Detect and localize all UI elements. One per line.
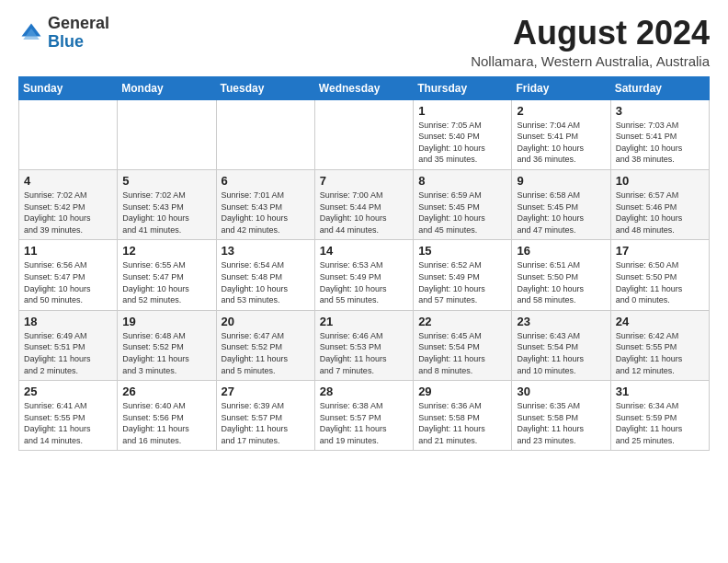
calendar-cell: 3Sunrise: 7:03 AM Sunset: 5:41 PM Daylig… bbox=[610, 99, 709, 169]
day-number: 22 bbox=[418, 315, 506, 328]
day-info: Sunrise: 7:03 AM Sunset: 5:41 PM Dayligh… bbox=[616, 120, 704, 166]
calendar-cell: 11Sunrise: 6:56 AM Sunset: 5:47 PM Dayli… bbox=[19, 240, 118, 310]
weekday-header-thursday: Thursday bbox=[414, 76, 512, 99]
day-info: Sunrise: 6:58 AM Sunset: 5:45 PM Dayligh… bbox=[517, 190, 605, 236]
day-info: Sunrise: 6:46 AM Sunset: 5:53 PM Dayligh… bbox=[320, 330, 408, 376]
logo-general-text: General bbox=[48, 14, 109, 32]
day-info: Sunrise: 7:02 AM Sunset: 5:42 PM Dayligh… bbox=[24, 190, 112, 236]
day-info: Sunrise: 6:55 AM Sunset: 5:47 PM Dayligh… bbox=[122, 259, 210, 305]
day-number: 23 bbox=[517, 315, 605, 328]
location-subtitle: Nollamara, Western Australia, Australia bbox=[471, 53, 710, 69]
day-info: Sunrise: 6:53 AM Sunset: 5:49 PM Dayligh… bbox=[320, 259, 408, 305]
day-info: Sunrise: 6:35 AM Sunset: 5:58 PM Dayligh… bbox=[517, 400, 605, 446]
day-number: 2 bbox=[517, 104, 605, 118]
day-info: Sunrise: 6:57 AM Sunset: 5:46 PM Dayligh… bbox=[616, 190, 704, 236]
day-info: Sunrise: 6:59 AM Sunset: 5:45 PM Dayligh… bbox=[418, 190, 506, 236]
weekday-header-row: SundayMondayTuesdayWednesdayThursdayFrid… bbox=[19, 76, 710, 99]
calendar-week-row: 18Sunrise: 6:49 AM Sunset: 5:51 PM Dayli… bbox=[19, 310, 710, 380]
logo-icon bbox=[18, 20, 44, 46]
weekday-header-tuesday: Tuesday bbox=[216, 76, 314, 99]
calendar-cell: 15Sunrise: 6:52 AM Sunset: 5:49 PM Dayli… bbox=[414, 240, 512, 310]
day-number: 14 bbox=[320, 244, 408, 258]
logo: General Blue bbox=[18, 15, 109, 52]
calendar-table: SundayMondayTuesdayWednesdayThursdayFrid… bbox=[18, 76, 710, 452]
day-info: Sunrise: 6:36 AM Sunset: 5:58 PM Dayligh… bbox=[418, 400, 506, 446]
day-number: 30 bbox=[517, 385, 605, 398]
weekday-header-monday: Monday bbox=[118, 76, 216, 99]
day-number: 21 bbox=[320, 315, 408, 328]
calendar-cell: 13Sunrise: 6:54 AM Sunset: 5:48 PM Dayli… bbox=[216, 240, 314, 310]
calendar-cell bbox=[19, 99, 118, 169]
calendar-cell: 2Sunrise: 7:04 AM Sunset: 5:41 PM Daylig… bbox=[512, 99, 610, 169]
calendar-cell: 31Sunrise: 6:34 AM Sunset: 5:59 PM Dayli… bbox=[610, 381, 709, 451]
day-number: 9 bbox=[517, 174, 605, 188]
day-number: 18 bbox=[24, 315, 112, 328]
day-info: Sunrise: 7:05 AM Sunset: 5:40 PM Dayligh… bbox=[418, 120, 506, 166]
calendar-cell: 20Sunrise: 6:47 AM Sunset: 5:52 PM Dayli… bbox=[216, 310, 314, 380]
calendar-cell: 4Sunrise: 7:02 AM Sunset: 5:42 PM Daylig… bbox=[19, 169, 118, 239]
weekday-header-friday: Friday bbox=[512, 76, 610, 99]
day-info: Sunrise: 6:52 AM Sunset: 5:49 PM Dayligh… bbox=[418, 259, 506, 305]
calendar-cell: 9Sunrise: 6:58 AM Sunset: 5:45 PM Daylig… bbox=[512, 169, 610, 239]
calendar-cell: 12Sunrise: 6:55 AM Sunset: 5:47 PM Dayli… bbox=[118, 240, 216, 310]
day-number: 3 bbox=[616, 104, 704, 118]
logo-blue-text: Blue bbox=[48, 32, 84, 51]
day-info: Sunrise: 6:50 AM Sunset: 5:50 PM Dayligh… bbox=[616, 259, 704, 305]
calendar-week-row: 1Sunrise: 7:05 AM Sunset: 5:40 PM Daylig… bbox=[19, 99, 710, 169]
calendar-cell bbox=[118, 99, 216, 169]
calendar-cell: 16Sunrise: 6:51 AM Sunset: 5:50 PM Dayli… bbox=[512, 240, 610, 310]
calendar-cell: 29Sunrise: 6:36 AM Sunset: 5:58 PM Dayli… bbox=[414, 381, 512, 451]
day-number: 31 bbox=[616, 385, 704, 398]
calendar-cell: 30Sunrise: 6:35 AM Sunset: 5:58 PM Dayli… bbox=[512, 381, 610, 451]
day-number: 13 bbox=[222, 244, 310, 258]
day-info: Sunrise: 6:54 AM Sunset: 5:48 PM Dayligh… bbox=[222, 259, 310, 305]
day-info: Sunrise: 6:56 AM Sunset: 5:47 PM Dayligh… bbox=[24, 259, 112, 305]
day-info: Sunrise: 7:04 AM Sunset: 5:41 PM Dayligh… bbox=[517, 120, 605, 166]
day-number: 16 bbox=[517, 244, 605, 258]
calendar-cell: 24Sunrise: 6:42 AM Sunset: 5:55 PM Dayli… bbox=[610, 310, 709, 380]
day-number: 17 bbox=[616, 244, 704, 258]
day-number: 5 bbox=[122, 174, 210, 188]
page-header: General Blue August 2024 Nollamara, West… bbox=[18, 15, 710, 69]
day-number: 12 bbox=[122, 244, 210, 258]
calendar-cell: 23Sunrise: 6:43 AM Sunset: 5:54 PM Dayli… bbox=[512, 310, 610, 380]
weekday-header-saturday: Saturday bbox=[610, 76, 709, 99]
day-info: Sunrise: 6:43 AM Sunset: 5:54 PM Dayligh… bbox=[517, 330, 605, 376]
day-number: 8 bbox=[418, 174, 506, 188]
calendar-cell: 25Sunrise: 6:41 AM Sunset: 5:55 PM Dayli… bbox=[19, 381, 118, 451]
day-number: 29 bbox=[418, 385, 506, 398]
day-info: Sunrise: 6:39 AM Sunset: 5:57 PM Dayligh… bbox=[222, 400, 310, 446]
day-number: 28 bbox=[320, 385, 408, 398]
month-year-title: August 2024 bbox=[471, 15, 710, 52]
calendar-cell: 19Sunrise: 6:48 AM Sunset: 5:52 PM Dayli… bbox=[118, 310, 216, 380]
day-info: Sunrise: 6:45 AM Sunset: 5:54 PM Dayligh… bbox=[418, 330, 506, 376]
day-info: Sunrise: 7:02 AM Sunset: 5:43 PM Dayligh… bbox=[122, 190, 210, 236]
calendar-cell: 5Sunrise: 7:02 AM Sunset: 5:43 PM Daylig… bbox=[118, 169, 216, 239]
day-number: 1 bbox=[418, 104, 506, 118]
day-info: Sunrise: 6:48 AM Sunset: 5:52 PM Dayligh… bbox=[122, 330, 210, 376]
calendar-cell: 26Sunrise: 6:40 AM Sunset: 5:56 PM Dayli… bbox=[118, 381, 216, 451]
day-number: 27 bbox=[222, 385, 310, 398]
calendar-cell: 21Sunrise: 6:46 AM Sunset: 5:53 PM Dayli… bbox=[314, 310, 413, 380]
day-info: Sunrise: 6:47 AM Sunset: 5:52 PM Dayligh… bbox=[222, 330, 310, 376]
calendar-cell: 1Sunrise: 7:05 AM Sunset: 5:40 PM Daylig… bbox=[414, 99, 512, 169]
day-info: Sunrise: 6:40 AM Sunset: 5:56 PM Dayligh… bbox=[122, 400, 210, 446]
calendar-cell bbox=[216, 99, 314, 169]
day-info: Sunrise: 7:00 AM Sunset: 5:44 PM Dayligh… bbox=[320, 190, 408, 236]
day-number: 26 bbox=[122, 385, 210, 398]
day-info: Sunrise: 6:49 AM Sunset: 5:51 PM Dayligh… bbox=[24, 330, 112, 376]
day-info: Sunrise: 6:42 AM Sunset: 5:55 PM Dayligh… bbox=[616, 330, 704, 376]
day-number: 24 bbox=[616, 315, 704, 328]
calendar-cell: 17Sunrise: 6:50 AM Sunset: 5:50 PM Dayli… bbox=[610, 240, 709, 310]
calendar-cell: 28Sunrise: 6:38 AM Sunset: 5:57 PM Dayli… bbox=[314, 381, 413, 451]
title-section: August 2024 Nollamara, Western Australia… bbox=[471, 15, 710, 69]
day-number: 15 bbox=[418, 244, 506, 258]
calendar-cell: 27Sunrise: 6:39 AM Sunset: 5:57 PM Dayli… bbox=[216, 381, 314, 451]
calendar-cell: 8Sunrise: 6:59 AM Sunset: 5:45 PM Daylig… bbox=[414, 169, 512, 239]
day-number: 7 bbox=[320, 174, 408, 188]
day-info: Sunrise: 6:51 AM Sunset: 5:50 PM Dayligh… bbox=[517, 259, 605, 305]
day-info: Sunrise: 6:41 AM Sunset: 5:55 PM Dayligh… bbox=[24, 400, 112, 446]
calendar-week-row: 25Sunrise: 6:41 AM Sunset: 5:55 PM Dayli… bbox=[19, 381, 710, 451]
day-info: Sunrise: 6:34 AM Sunset: 5:59 PM Dayligh… bbox=[616, 400, 704, 446]
weekday-header-wednesday: Wednesday bbox=[314, 76, 413, 99]
